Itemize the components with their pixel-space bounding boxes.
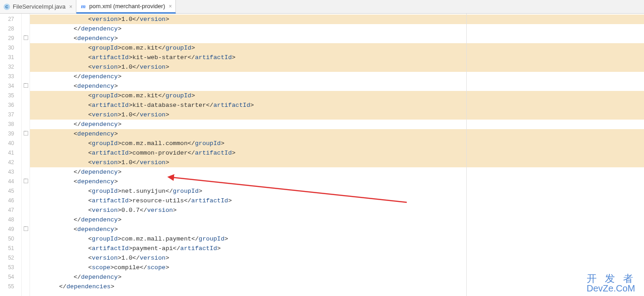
code-line[interactable]: </dependency> bbox=[30, 72, 644, 81]
code-line[interactable]: <scope>compile</scope> bbox=[30, 263, 644, 272]
fold-spacer bbox=[22, 14, 30, 23]
code-line[interactable]: </dependency> bbox=[30, 167, 644, 177]
line-number: 31 bbox=[0, 53, 21, 62]
code-line[interactable]: <artifactId>resource-utils</artifactId> bbox=[30, 196, 644, 206]
line-number: 41 bbox=[0, 148, 21, 158]
code-editor: 2728293031323334353637383940414243444546… bbox=[0, 14, 644, 296]
fold-spacer bbox=[22, 147, 30, 157]
fold-spacer bbox=[22, 271, 30, 281]
line-number: 45 bbox=[0, 186, 21, 196]
code-line[interactable]: </dependency> bbox=[30, 120, 644, 129]
fold-gutter bbox=[22, 14, 30, 296]
watermark-en: DevZe.CoM bbox=[587, 284, 636, 293]
line-number: 39 bbox=[0, 129, 21, 139]
fold-spacer bbox=[22, 52, 30, 61]
code-line[interactable]: <artifactId>kit-database-starter</artifa… bbox=[30, 100, 644, 110]
line-number: 43 bbox=[0, 167, 21, 177]
line-number: 35 bbox=[0, 91, 21, 100]
fold-spacer bbox=[22, 23, 30, 33]
close-icon[interactable]: × bbox=[169, 3, 172, 10]
watermark-cn: 开 发 者 bbox=[587, 273, 636, 284]
file-type-icon: m bbox=[80, 3, 86, 10]
tab-label: FileServiceImpl.java bbox=[13, 3, 65, 10]
code-line[interactable]: <dependency> bbox=[30, 129, 644, 139]
code-line[interactable]: <groupId>com.mz.kit</groupId> bbox=[30, 91, 644, 100]
right-margin-line bbox=[466, 14, 467, 296]
line-number: 46 bbox=[0, 196, 21, 206]
line-number: 29 bbox=[0, 34, 21, 43]
fold-toggle-icon[interactable] bbox=[22, 33, 30, 42]
line-number: 36 bbox=[0, 100, 21, 110]
editor-tab-1[interactable]: mpom.xml (merchant-provider)× bbox=[76, 0, 176, 14]
line-number: 32 bbox=[0, 62, 21, 72]
line-number: 28 bbox=[0, 24, 21, 34]
file-type-icon: C bbox=[4, 4, 10, 10]
fold-spacer bbox=[22, 166, 30, 176]
line-number: 33 bbox=[0, 72, 21, 81]
fold-spacer bbox=[22, 186, 30, 195]
line-number: 52 bbox=[0, 253, 21, 263]
line-number: 44 bbox=[0, 177, 21, 186]
fold-spacer bbox=[22, 90, 30, 100]
fold-spacer bbox=[22, 138, 30, 147]
fold-spacer bbox=[22, 252, 30, 262]
editor-tab-0[interactable]: CFileServiceImpl.java× bbox=[0, 0, 76, 13]
code-line[interactable]: <version>1.0</version> bbox=[30, 15, 644, 24]
code-line[interactable]: <artifactId>common-provider</artifactId> bbox=[30, 148, 644, 158]
line-number: 37 bbox=[0, 110, 21, 120]
fold-spacer bbox=[22, 157, 30, 166]
code-line[interactable]: </dependency> bbox=[30, 215, 644, 225]
fold-spacer bbox=[22, 119, 30, 128]
fold-toggle-icon[interactable] bbox=[22, 176, 30, 186]
line-number: 38 bbox=[0, 120, 21, 129]
tab-bar: CFileServiceImpl.java×mpom.xml (merchant… bbox=[0, 0, 644, 14]
code-line[interactable]: </dependencies> bbox=[30, 282, 644, 291]
code-line[interactable]: <groupId>com.mz.mall.common</groupId> bbox=[30, 139, 644, 148]
line-number: 54 bbox=[0, 272, 21, 282]
tab-label: pom.xml (merchant-provider) bbox=[89, 3, 165, 10]
line-number: 34 bbox=[0, 81, 21, 91]
fold-spacer bbox=[22, 195, 30, 205]
code-line[interactable]: <version>1.0</version> bbox=[30, 110, 644, 120]
fold-spacer bbox=[22, 71, 30, 80]
line-number: 40 bbox=[0, 139, 21, 148]
code-line[interactable]: <groupId>net.sunyijun</groupId> bbox=[30, 186, 644, 196]
line-number: 27 bbox=[0, 15, 21, 24]
code-line[interactable]: <version>1.0</version> bbox=[30, 253, 644, 263]
code-line[interactable]: <dependency> bbox=[30, 177, 644, 186]
fold-toggle-icon[interactable] bbox=[22, 80, 30, 90]
code-line[interactable]: <version>1.0</version> bbox=[30, 62, 644, 72]
fold-spacer bbox=[22, 205, 30, 214]
line-number: 50 bbox=[0, 234, 21, 244]
line-number: 30 bbox=[0, 43, 21, 53]
fold-spacer bbox=[22, 262, 30, 271]
code-line[interactable]: <groupId>com.mz.mall.payment</groupId> bbox=[30, 234, 644, 244]
code-line[interactable]: <artifactId>payment-api</artifactId> bbox=[30, 244, 644, 253]
code-line[interactable]: <dependency> bbox=[30, 81, 644, 91]
fold-spacer bbox=[22, 243, 30, 252]
line-number: 53 bbox=[0, 263, 21, 272]
code-line[interactable]: <dependency> bbox=[30, 225, 644, 234]
code-line[interactable]: </dependency> bbox=[30, 24, 644, 34]
fold-spacer bbox=[22, 61, 30, 71]
line-number: 48 bbox=[0, 215, 21, 225]
fold-spacer bbox=[22, 281, 30, 291]
fold-toggle-icon[interactable] bbox=[22, 128, 30, 138]
fold-toggle-icon[interactable] bbox=[22, 224, 30, 233]
fold-spacer bbox=[22, 109, 30, 119]
watermark: 开 发 者 DevZe.CoM bbox=[587, 273, 636, 293]
code-line[interactable]: <version>1.0</version> bbox=[30, 158, 644, 167]
close-icon[interactable]: × bbox=[69, 4, 72, 10]
code-line[interactable]: </dependency> bbox=[30, 272, 644, 282]
line-number-gutter: 2728293031323334353637383940414243444546… bbox=[0, 14, 22, 296]
code-line[interactable]: <dependency> bbox=[30, 34, 644, 43]
code-area[interactable]: <version>1.0</version></dependency><depe… bbox=[30, 14, 644, 296]
fold-spacer bbox=[22, 233, 30, 243]
line-number: 47 bbox=[0, 206, 21, 215]
code-line[interactable]: <version>0.0.7</version> bbox=[30, 206, 644, 215]
code-line[interactable]: <artifactId>kit-web-starter</artifactId> bbox=[30, 53, 644, 62]
code-line[interactable]: <groupId>com.mz.kit</groupId> bbox=[30, 43, 644, 53]
line-number: 42 bbox=[0, 158, 21, 167]
line-number: 55 bbox=[0, 282, 21, 291]
line-number: 49 bbox=[0, 225, 21, 234]
